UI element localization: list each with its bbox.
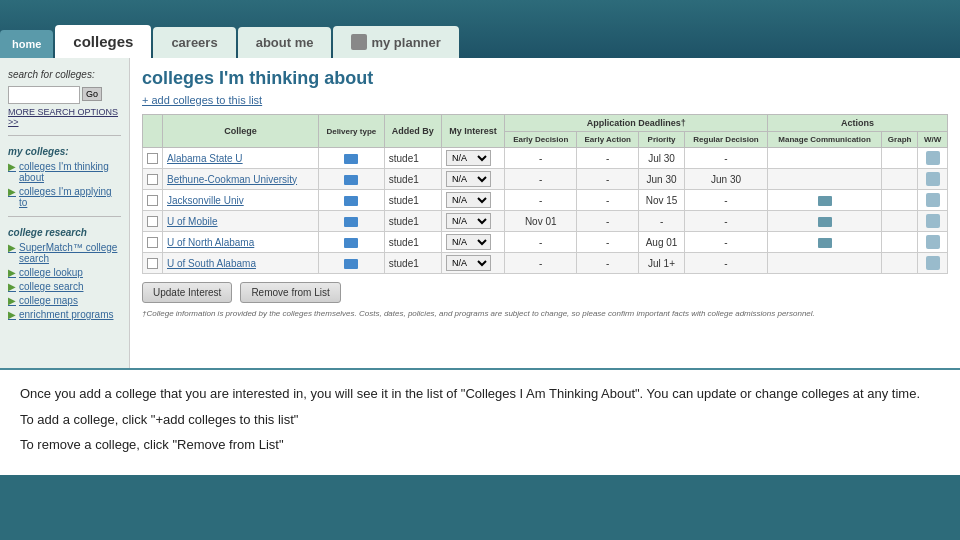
ww-action-icon[interactable] (926, 214, 940, 228)
row-checkbox[interactable] (147, 258, 158, 269)
delivery-monitor-icon (344, 175, 358, 185)
arrow-icon-3: ▶ (8, 242, 16, 253)
sidebar-link-thinking[interactable]: ▶ colleges I'm thinking about (8, 161, 121, 183)
nav-home[interactable]: home (0, 30, 53, 58)
regular-decision-cell: - (684, 211, 767, 232)
th-regular-decision: Regular Decision (684, 132, 767, 148)
row-checkbox[interactable] (147, 237, 158, 248)
early-action-cell: - (577, 232, 639, 253)
regular-decision-cell: - (684, 190, 767, 211)
sidebar: search for colleges: Go MORE SEARCH OPTI… (0, 58, 130, 368)
added-by-cell: stude1 (384, 148, 441, 169)
college-name-link[interactable]: Alabama State U (167, 153, 243, 164)
early-action-cell: - (577, 211, 639, 232)
row-checkbox[interactable] (147, 216, 158, 227)
table-buttons: Update Interest Remove from List (142, 282, 948, 303)
nav-colleges[interactable]: colleges (55, 25, 151, 58)
ww-action-icon[interactable] (926, 193, 940, 207)
th-graph: Graph (881, 132, 917, 148)
bottom-para-1: Once you add a college that you are inte… (20, 384, 940, 404)
main-area: search for colleges: Go MORE SEARCH OPTI… (0, 58, 960, 368)
table-row: U of South Alabama stude1 N/A Low Medium… (143, 253, 948, 274)
delivery-monitor-icon (344, 259, 358, 269)
table-row: Bethune-Cookman University stude1 N/A Lo… (143, 169, 948, 190)
remove-from-list-button[interactable]: Remove from List (240, 282, 340, 303)
th-priority: Priority (639, 132, 685, 148)
th-delivery: Delivery type (318, 115, 384, 148)
early-action-cell: - (577, 169, 639, 190)
regular-decision-cell: - (684, 253, 767, 274)
sidebar-divider-1 (8, 135, 121, 136)
early-decision-cell: - (505, 232, 577, 253)
th-early-decision: Early Decision (505, 132, 577, 148)
search-input[interactable] (8, 86, 80, 104)
early-decision-cell: - (505, 148, 577, 169)
early-decision-cell: - (505, 190, 577, 211)
early-action-cell: - (577, 190, 639, 211)
arrow-icon-7: ▶ (8, 309, 16, 320)
bottom-para-3: To remove a college, click "Remove from … (20, 435, 940, 455)
early-decision-cell: - (505, 253, 577, 274)
th-ww: W/W (918, 132, 948, 148)
sidebar-lookup[interactable]: ▶ college lookup (8, 267, 121, 278)
priority-cell: Jul 1+ (639, 253, 685, 274)
sidebar-search[interactable]: ▶ college search (8, 281, 121, 292)
row-checkbox[interactable] (147, 174, 158, 185)
interest-select[interactable]: N/A Low Medium High 1st Choice (446, 234, 491, 250)
nav-planner[interactable]: my planner (333, 26, 458, 58)
th-checkbox (143, 115, 163, 148)
th-early-action: Early Action (577, 132, 639, 148)
college-name-link[interactable]: U of North Alabama (167, 237, 254, 248)
college-name-link[interactable]: U of Mobile (167, 216, 218, 227)
ww-action-icon[interactable] (926, 256, 940, 270)
sidebar-link-applying[interactable]: ▶ colleges I'm applying to (8, 186, 121, 208)
ww-action-icon[interactable] (926, 172, 940, 186)
row-checkbox[interactable] (147, 195, 158, 206)
college-search-section: search for colleges: Go MORE SEARCH OPTI… (8, 68, 121, 127)
priority-cell: Jul 30 (639, 148, 685, 169)
nav-aboutme[interactable]: about me (238, 27, 332, 58)
added-by-cell: stude1 (384, 211, 441, 232)
top-navigation: home colleges careers about me my planne… (0, 0, 960, 58)
interest-select[interactable]: N/A Low Medium High 1st Choice (446, 192, 491, 208)
email-icon[interactable] (818, 196, 832, 206)
table-row: U of Mobile stude1 N/A Low Medium High 1… (143, 211, 948, 232)
table-row: Jacksonville Univ stude1 N/A Low Medium … (143, 190, 948, 211)
page-title: colleges I'm thinking about (142, 68, 948, 89)
ww-action-icon[interactable] (926, 151, 940, 165)
interest-select[interactable]: N/A Low Medium High 1st Choice (446, 171, 491, 187)
add-colleges-link[interactable]: + add colleges to this list (142, 94, 262, 106)
interest-select[interactable]: N/A Low Medium High 1st Choice (446, 255, 491, 271)
sidebar-supermatch[interactable]: ▶ SuperMatch™ college search (8, 242, 121, 264)
sidebar-maps[interactable]: ▶ college maps (8, 295, 121, 306)
more-search-options-link[interactable]: MORE SEARCH OPTIONS >> (8, 107, 121, 127)
update-interest-button[interactable]: Update Interest (142, 282, 232, 303)
email-icon[interactable] (818, 217, 832, 227)
email-icon[interactable] (818, 238, 832, 248)
sidebar-enrichment[interactable]: ▶ enrichment programs (8, 309, 121, 320)
planner-icon (351, 34, 367, 50)
early-action-cell: - (577, 148, 639, 169)
search-go-button[interactable]: Go (82, 87, 102, 101)
th-manage-comm: Manage Communication (768, 132, 882, 148)
ww-action-icon[interactable] (926, 235, 940, 249)
th-app-deadlines: Application Deadlines† (505, 115, 768, 132)
added-by-cell: stude1 (384, 190, 441, 211)
college-name-link[interactable]: U of South Alabama (167, 258, 256, 269)
arrow-icon-5: ▶ (8, 281, 16, 292)
row-checkbox[interactable] (147, 153, 158, 164)
added-by-cell: stude1 (384, 253, 441, 274)
priority-cell: - (639, 211, 685, 232)
delivery-monitor-icon (344, 196, 358, 206)
th-interest: My Interest (441, 115, 504, 148)
interest-select[interactable]: N/A Low Medium High 1st Choice (446, 213, 491, 229)
th-added-by: Added By (384, 115, 441, 148)
nav-careers[interactable]: careers (153, 27, 235, 58)
interest-select[interactable]: N/A Low Medium High 1st Choice (446, 150, 491, 166)
bottom-text-area: Once you add a college that you are inte… (0, 368, 960, 475)
college-name-link[interactable]: Bethune-Cookman University (167, 174, 297, 185)
college-name-link[interactable]: Jacksonville Univ (167, 195, 244, 206)
delivery-monitor-icon (344, 154, 358, 164)
added-by-cell: stude1 (384, 232, 441, 253)
regular-decision-cell: - (684, 148, 767, 169)
